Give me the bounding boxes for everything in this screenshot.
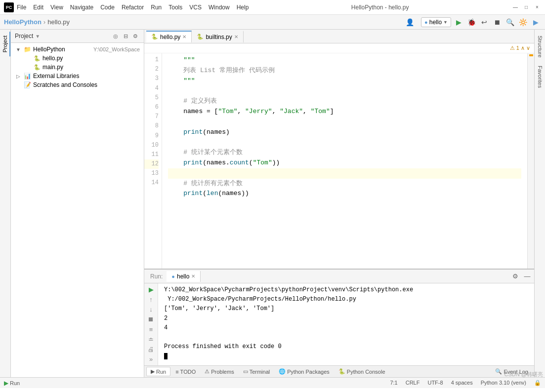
structure-tab[interactable]: Structure — [536, 32, 545, 62]
run-output: Y:\002_WorkSpace\PycharmProjects\pythonP… — [158, 283, 534, 365]
btab-todo[interactable]: ≡ TODO — [171, 368, 200, 376]
menu-edit[interactable]: Edit — [33, 4, 43, 11]
tree-item-hellopython[interactable]: ▼ 📁 HelloPython Y:\002_WorkSpace — [11, 45, 144, 54]
scroll-down-button[interactable]: ↓ — [146, 306, 156, 314]
menu-file[interactable]: File — [17, 4, 26, 11]
minimize-button[interactable]: — — [511, 3, 519, 11]
warning-indicator[interactable]: ⚠ 1 ∧ ∨ — [510, 45, 530, 51]
line-num-6: 6 — [144, 103, 159, 112]
menu-code[interactable]: Code — [100, 4, 115, 11]
tree-item-external-libs[interactable]: ▷ 📊 External Libraries — [11, 72, 144, 80]
menu-view[interactable]: View — [50, 4, 63, 11]
tree-label-external: External Libraries — [33, 73, 140, 79]
watermark: CSDN @韩曙亮 — [504, 371, 543, 378]
line-num-7: 7 — [144, 112, 159, 121]
run-tab-close[interactable]: ✕ — [191, 274, 195, 279]
tree-item-hello-py[interactable]: ▷ 🐍 hello.py — [11, 54, 144, 63]
project-dropdown-icon[interactable]: ▼ — [35, 34, 40, 39]
close-button[interactable]: × — [533, 3, 541, 11]
status-encoding[interactable]: UTF-8 — [427, 380, 443, 386]
stop-button[interactable]: ⏹ — [492, 17, 503, 28]
menu-navigate[interactable]: Navigate — [70, 4, 93, 11]
tab-hello-py[interactable]: 🐍 hello.py ✕ — [146, 31, 192, 42]
status-run-icon: ▶ — [4, 380, 8, 387]
tab-close-builtins[interactable]: ✕ — [234, 34, 238, 39]
stop-run-button[interactable]: ⏹ — [146, 315, 156, 323]
folder-icon-hellopython: 📁 — [24, 46, 31, 53]
project-header-label[interactable]: Project — [15, 33, 33, 39]
breadcrumb: HelloPython › hello.py — [4, 18, 70, 26]
user-icon[interactable]: 👤 — [404, 17, 415, 28]
project-panel-header: Project ▼ ◎ ⊟ ⚙ — [11, 30, 144, 43]
clear-output-button[interactable]: ≐ — [146, 335, 156, 343]
titlebar: PC File Edit View Navigate Code Refactor… — [0, 0, 545, 15]
run-settings-icon[interactable]: ⚙ — [510, 272, 520, 281]
editor-container: 🐍 hello.py ✕ 🐍 builtins.py ✕ ⚠ 1 ∧ ∨ 1 — [144, 30, 534, 377]
tree-item-scratches[interactable]: ▷ 📝 Scratches and Consoles — [11, 80, 144, 89]
btab-run[interactable]: ▶ Run — [146, 367, 170, 376]
run-output-line-6 — [164, 333, 528, 342]
print-output-button[interactable]: 🖨 — [146, 346, 156, 353]
btab-python-console[interactable]: 🐍 Python Console — [335, 367, 389, 376]
search-everywhere-button[interactable]: 🔍 — [504, 17, 515, 28]
code-line-4 — [168, 86, 521, 96]
py-icon-hello: 🐍 — [34, 55, 41, 62]
project-side-tab[interactable]: Project — [0, 32, 10, 56]
run-section: ● hello ▼ — [421, 17, 451, 27]
tab-close-hello[interactable]: ✕ — [182, 34, 186, 39]
run-hello-tab[interactable]: ● hello ✕ — [167, 271, 201, 282]
add-bookmark-button[interactable]: 🔆 — [517, 17, 528, 28]
coverage-button[interactable]: ↩ — [479, 17, 490, 28]
line-num-8: 8 — [144, 121, 159, 131]
run-config-selector[interactable]: ● hello ▼ — [421, 17, 451, 27]
btab-problems[interactable]: ⚠ Problems — [201, 367, 238, 376]
tab-builtins-py[interactable]: 🐍 builtins.py ✕ — [192, 31, 243, 42]
tree-settings-icon[interactable]: ⚙ — [131, 32, 140, 40]
code-line-12 — [168, 168, 521, 179]
status-python[interactable]: Python 3.10 (venv) — [481, 380, 526, 386]
status-line-sep[interactable]: CRLF — [406, 380, 420, 386]
spacer-scratches: ▷ — [15, 81, 22, 88]
update-button[interactable]: ▶ — [530, 17, 541, 28]
menu-window[interactable]: Window — [209, 4, 230, 11]
run-content: ▶ ↑ ↓ ⏹ ≡ ≐ 🖨 » Y:\002_WorkSpace\Pycharm… — [144, 283, 534, 365]
warning-bar: ⚠ 1 ∧ ∨ — [144, 43, 534, 53]
debug-button[interactable]: 🐞 — [466, 17, 477, 28]
collapse-all-icon[interactable]: ⊟ — [121, 32, 130, 40]
more-actions-button[interactable]: » — [146, 355, 156, 363]
ext-lib-icon: 📊 — [24, 73, 31, 79]
code-content[interactable]: """ 列表 List 常用操作 代码示例 """ # 定义列表 names =… — [162, 53, 527, 269]
soft-wrap-button[interactable]: ≡ — [146, 325, 156, 333]
menu-run[interactable]: Run — [151, 4, 162, 11]
file-breadcrumb[interactable]: hello.py — [47, 18, 70, 26]
btab-pycon-icon: 🐍 — [338, 368, 345, 375]
status-position[interactable]: 7:1 — [390, 380, 397, 386]
spacer-hello: ▷ — [25, 55, 32, 62]
maximize-button[interactable]: □ — [522, 3, 530, 11]
rerun-button[interactable]: ▶ — [146, 285, 156, 293]
menu-refactor[interactable]: Refactor — [122, 4, 144, 11]
code-editor[interactable]: 1 2 3 4 5 6 7 8 9 10 11 12 13 14 """ — [144, 53, 534, 269]
scroll-up-button[interactable]: ↑ — [146, 295, 156, 303]
expand-toggle-external[interactable]: ▷ — [15, 73, 22, 79]
favorites-tab[interactable]: Favorites — [536, 62, 545, 92]
line-num-12: 12 — [144, 159, 159, 169]
project-breadcrumb[interactable]: HelloPython — [4, 18, 42, 26]
btab-problems-label: Problems — [211, 369, 234, 375]
run-button[interactable]: ▶ — [453, 17, 464, 28]
btab-terminal[interactable]: ▭ Terminal — [239, 367, 274, 376]
status-lock-icon[interactable]: 🔒 — [534, 380, 541, 386]
run-minimize-icon[interactable]: — — [522, 272, 532, 281]
btab-python-packages[interactable]: 🌐 Python Packages — [275, 367, 334, 376]
locate-file-icon[interactable]: ◎ — [111, 32, 120, 40]
status-run-button[interactable]: ▶ Run — [4, 380, 20, 387]
status-indent[interactable]: 4 spaces — [451, 380, 473, 386]
menu-vcs[interactable]: VCS — [189, 4, 202, 11]
window-title: HelloPython - hello.py — [351, 4, 409, 11]
expand-toggle-hellopython[interactable]: ▼ — [15, 46, 22, 53]
menu-tools[interactable]: Tools — [168, 4, 182, 11]
tree-item-main-py[interactable]: ▷ 🐍 main.py — [11, 63, 144, 72]
menu-help[interactable]: Help — [237, 4, 249, 11]
status-run-label: Run — [10, 380, 20, 386]
line-num-2: 2 — [144, 65, 159, 74]
